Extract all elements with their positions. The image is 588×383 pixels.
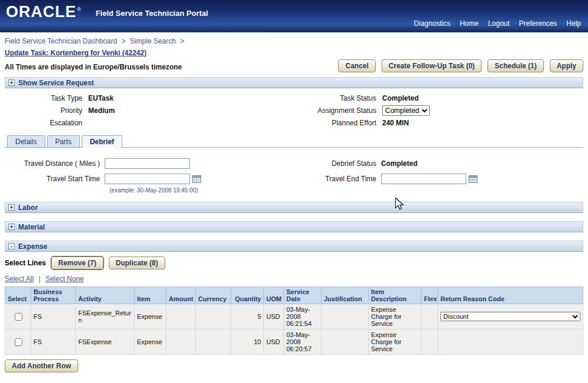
breadcrumb: Field Service Technician Dashboard > Sim… xyxy=(0,32,588,47)
expense-table: Select Business Process Activity Item Am… xyxy=(5,287,583,355)
col-header-flex: Flex xyxy=(422,287,438,304)
tab-debrief[interactable]: Debrief xyxy=(82,135,122,148)
task-summary-fields: Task Type EUTask Priority Medium Escalat… xyxy=(0,88,588,134)
nav-help[interactable]: Help xyxy=(566,19,581,28)
nav-preferences[interactable]: Preferences xyxy=(519,19,557,28)
expand-icon: + xyxy=(8,204,15,211)
col-header-quantity: Quantity xyxy=(231,287,264,304)
section-title: Expense xyxy=(18,242,47,251)
oracle-wordmark: ORACLE xyxy=(6,3,76,21)
breadcrumb-separator: > xyxy=(180,37,184,45)
expense-section-header[interactable]: - Expense xyxy=(5,241,583,252)
debrief-status-label: Debrief Status xyxy=(294,159,381,168)
cell-service-date: 03-May-2008 06:21:54 xyxy=(284,304,322,329)
cell-activity: FSExpense_Return xyxy=(76,304,135,329)
return-reason-code-select[interactable]: Discount xyxy=(440,312,580,321)
assignment-status-select[interactable]: Completed xyxy=(382,105,430,116)
duplicate-button[interactable]: Duplicate (8) xyxy=(109,257,165,269)
col-header-item: Item xyxy=(135,287,166,304)
section-title: Labor xyxy=(18,204,38,212)
task-type-label: Task Type xyxy=(0,94,88,102)
select-all-link[interactable]: Select All xyxy=(5,275,34,283)
col-header-select: Select xyxy=(5,287,31,304)
travel-start-format-hint: (example: 30-May-2008 19:45:00) xyxy=(109,187,294,194)
cell-activity: FSExpense xyxy=(76,329,135,355)
debrief-tab-panel: Travel Distance ( Miles ) Travel Start T… xyxy=(0,148,588,202)
add-another-row-button[interactable]: Add Another Row xyxy=(5,359,78,372)
nav-diagnostics[interactable]: Diagnostics xyxy=(414,19,450,28)
page-title: Update Task: Kortenberg for Venki (42242… xyxy=(0,47,588,58)
col-header-justification: Justification xyxy=(322,287,369,304)
cell-business-process: FS xyxy=(31,329,76,355)
cell-select xyxy=(5,304,31,329)
cell-business-process: FS xyxy=(31,304,76,329)
app-header: ORACLE® Field Service Technician Portal … xyxy=(0,0,588,32)
remove-button[interactable]: Remove (7) xyxy=(51,257,103,269)
planned-effort-value: 240 MIN xyxy=(382,119,409,127)
collapse-icon: - xyxy=(8,243,15,249)
col-header-item-description: Item Description xyxy=(369,287,422,304)
task-status-label: Task Status xyxy=(294,94,382,102)
cell-flex xyxy=(422,329,438,355)
cell-quantity: 10 xyxy=(231,329,264,355)
material-section-header[interactable]: + Material xyxy=(5,221,583,232)
cell-amount xyxy=(166,304,196,329)
expand-icon: + xyxy=(8,224,15,230)
travel-start-time-input[interactable] xyxy=(105,174,190,184)
action-row: All Times are displayed in Europe/Brusse… xyxy=(0,58,588,77)
row-select-checkbox[interactable] xyxy=(15,338,22,346)
select-lines-label: Select Lines xyxy=(5,259,46,267)
priority-label: Priority xyxy=(0,106,88,115)
travel-end-time-input[interactable] xyxy=(381,174,466,184)
cell-quantity: 5 xyxy=(231,304,264,329)
tab-bar: Details Parts Debrief xyxy=(5,135,583,148)
oracle-logo: ORACLE® xyxy=(6,4,82,20)
task-status-value: Completed xyxy=(382,94,419,102)
travel-distance-label: Travel Distance ( Miles ) xyxy=(0,159,105,168)
breadcrumb-simple-search-link[interactable]: Simple Search xyxy=(130,37,176,45)
cell-amount xyxy=(166,329,196,355)
action-buttons: Cancel Create Follow-Up Task (0) Schedul… xyxy=(338,59,583,72)
cell-item-description: Expense Charge for Service xyxy=(369,329,422,355)
table-row: FS FSExpense Expense 10 USD 03-May-2008 … xyxy=(5,329,583,355)
labor-section-header[interactable]: + Labor xyxy=(5,202,583,213)
tab-details[interactable]: Details xyxy=(7,135,45,147)
col-header-activity: Activity xyxy=(76,287,135,304)
nav-logout[interactable]: Logout xyxy=(488,19,510,28)
nav-home[interactable]: Home xyxy=(460,19,479,28)
apply-button[interactable]: Apply xyxy=(550,59,583,72)
travel-end-calendar-button[interactable] xyxy=(469,175,477,183)
cell-uom: USD xyxy=(264,329,284,355)
schedule-button[interactable]: Schedule (1) xyxy=(487,59,543,72)
planned-effort-label: Planned Effort xyxy=(294,119,382,127)
show-service-request-section-header[interactable]: + Show Service Request xyxy=(5,77,583,88)
calendar-icon xyxy=(469,175,477,183)
cell-select xyxy=(5,329,31,355)
app-title: Field Service Technician Portal xyxy=(96,7,208,18)
col-header-amount: Amount xyxy=(166,287,196,304)
create-followup-task-button[interactable]: Create Follow-Up Task (0) xyxy=(382,59,482,72)
task-type-value: EUTask xyxy=(88,94,113,102)
tab-parts[interactable]: Parts xyxy=(47,135,80,147)
travel-distance-input[interactable] xyxy=(105,158,190,169)
cell-currency xyxy=(196,329,231,355)
cell-return-reason-code xyxy=(438,329,583,355)
col-header-currency: Currency xyxy=(196,287,231,304)
col-header-service-date: Service Date xyxy=(284,287,322,304)
expense-select-links: Select All | Select None xyxy=(5,275,583,283)
travel-start-time-label: Travel Start Time xyxy=(0,175,105,183)
travel-start-calendar-button[interactable] xyxy=(192,175,201,183)
travel-end-time-label: Travel End Time xyxy=(294,175,381,183)
cell-uom: USD xyxy=(264,304,284,329)
timezone-note: All Times are displayed in Europe/Brusse… xyxy=(5,59,182,71)
top-nav: Diagnostics Home Logout Preferences Help xyxy=(414,19,581,28)
cell-item-description: Expense Charge for Service xyxy=(369,304,422,329)
row-select-checkbox[interactable] xyxy=(15,313,22,321)
cancel-button[interactable]: Cancel xyxy=(338,59,375,72)
registered-mark: ® xyxy=(77,6,82,12)
cell-flex xyxy=(422,304,438,329)
assignment-status-label: Assignment Status xyxy=(294,106,382,115)
select-none-link[interactable]: Select None xyxy=(45,275,83,283)
cell-return-reason-code: Discount xyxy=(438,304,583,329)
breadcrumb-dashboard-link[interactable]: Field Service Technician Dashboard xyxy=(5,37,117,45)
